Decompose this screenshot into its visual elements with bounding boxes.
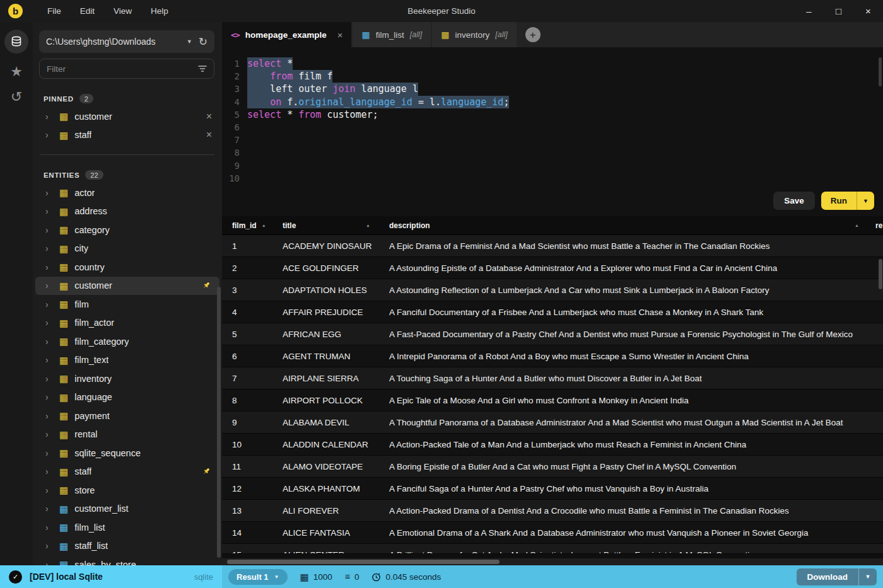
view-icon: ▦	[59, 560, 68, 565]
menu-file[interactable]: File	[38, 0, 71, 22]
chevron-right-icon[interactable]: ›	[45, 449, 55, 458]
connection-dropdown[interactable]: C:\Users\ghstng\Downloads ▼ ↻	[39, 30, 214, 53]
entity-item-store[interactable]: ›▦store	[35, 481, 219, 500]
table-row[interactable]: 10ALADDIN CALENDARA Action-Packed Tale o…	[222, 434, 883, 456]
chevron-right-icon[interactable]: ›	[45, 467, 55, 476]
download-button[interactable]: Download	[797, 568, 859, 585]
pinned-item-staff[interactable]: ›▦staff×	[35, 126, 219, 145]
table-row[interactable]: 11ALAMO VIDEOTAPEA Boring Epistle of a B…	[222, 456, 883, 478]
chevron-right-icon[interactable]: ›	[45, 207, 55, 216]
chevron-right-icon[interactable]: ›	[45, 226, 55, 234]
entity-item-sales_by_store[interactable]: ›▦sales_by_store	[35, 555, 219, 565]
menu-help[interactable]: Help	[141, 0, 178, 22]
chevron-right-icon[interactable]: ›	[45, 523, 55, 532]
filter-input[interactable]	[47, 64, 198, 74]
chevron-right-icon[interactable]: ›	[45, 504, 55, 513]
column-header-partial[interactable]: re	[874, 221, 883, 230]
chevron-right-icon[interactable]: ›	[45, 541, 55, 550]
entity-item-payment[interactable]: ›▦payment	[35, 406, 219, 425]
table-row[interactable]: 12ALASKA PHANTOMA Fanciful Saga of a Hun…	[222, 478, 883, 500]
connection-status[interactable]: ✓ [DEV] local Sqlite sqlite	[0, 565, 222, 588]
add-tab-button[interactable]: +	[525, 27, 541, 42]
entity-item-sqlite_sequence[interactable]: ›▦sqlite_sequence	[35, 444, 219, 463]
tab-homepage_example[interactable]: <>homepage_example×	[222, 22, 351, 47]
column-header-film-id[interactable]: film_id ▲	[222, 221, 283, 230]
entity-item-staff[interactable]: ›▦staff	[35, 463, 219, 481]
chevron-right-icon[interactable]: ›	[45, 337, 55, 346]
table-row[interactable]: 14ALICE FANTASIAA Emotional Drama of a A…	[222, 522, 883, 544]
chevron-right-icon[interactable]: ›	[45, 281, 55, 290]
entity-item-staff_list[interactable]: ›▦staff_list	[35, 537, 219, 556]
editor-scrollbar[interactable]	[879, 57, 882, 86]
table-row[interactable]: 4AFFAIR PREJUDICEA Fanciful Documentary …	[222, 301, 883, 323]
table-row[interactable]: 1ACADEMY DINOSAURA Epic Drama of a Femin…	[222, 235, 883, 257]
entity-item-country[interactable]: ›▦country	[35, 258, 219, 277]
entity-item-language[interactable]: ›▦language	[35, 388, 219, 407]
chevron-right-icon[interactable]: ›	[45, 130, 55, 139]
entity-item-film[interactable]: ›▦film	[35, 295, 219, 314]
table-row[interactable]: 5AFRICAN EGGA Fast-Paced Documentary of …	[222, 323, 883, 345]
pin-icon[interactable]	[202, 467, 211, 476]
entity-item-rental[interactable]: ›▦rental	[35, 425, 219, 444]
minimize-icon[interactable]: –	[794, 0, 824, 22]
menu-edit[interactable]: Edit	[71, 0, 104, 22]
maximize-icon[interactable]: □	[824, 0, 853, 22]
chevron-right-icon[interactable]: ›	[45, 112, 55, 121]
horizontal-scrollbar-thumb[interactable]	[227, 560, 500, 564]
run-button[interactable]: Run	[821, 192, 857, 210]
vertical-scrollbar-thumb[interactable]	[879, 259, 882, 289]
table-row[interactable]: 2ACE GOLDFINGERA Astounding Epistle of a…	[222, 257, 883, 279]
entity-item-customer[interactable]: ›▦customer	[35, 277, 219, 296]
entity-item-category[interactable]: ›▦category	[35, 221, 219, 239]
pinned-item-customer[interactable]: ›▦customer×	[35, 107, 219, 126]
chevron-right-icon[interactable]: ›	[45, 560, 55, 565]
table-row[interactable]: 15ALIEN CENTERA Brilliant Drama of a Cat…	[222, 544, 883, 554]
table-row[interactable]: 6AGENT TRUMANA Intrepid Panorama of a Ro…	[222, 345, 883, 367]
table-row[interactable]: 7AIRPLANE SIERRAA Touching Saga of a Hun…	[222, 367, 883, 389]
run-options-caret[interactable]: ▼	[857, 192, 874, 210]
table-row[interactable]: 9ALABAMA DEVILA Thoughtful Panorama of a…	[222, 412, 883, 434]
table-row[interactable]: 13ALI FOREVERA Action-Packed Drama of a …	[222, 500, 883, 522]
unpin-close-icon[interactable]: ×	[206, 130, 212, 140]
result-selector-button[interactable]: Result 1 ▼	[228, 569, 288, 585]
entity-item-city[interactable]: ›▦city	[35, 239, 219, 258]
entity-item-film_list[interactable]: ›▦film_list	[35, 518, 219, 537]
sidebar-scrollbar[interactable]	[217, 287, 221, 558]
chevron-right-icon[interactable]: ›	[45, 244, 55, 253]
menu-view[interactable]: View	[104, 0, 141, 22]
download-options-caret[interactable]: ▼	[859, 568, 877, 585]
table-row[interactable]: 8AIRPORT POLLOCKA Epic Tale of a Moose A…	[222, 389, 883, 412]
chevron-right-icon[interactable]: ›	[45, 486, 55, 495]
favorites-star-icon[interactable]: ★	[10, 65, 23, 79]
entity-item-inventory[interactable]: ›▦inventory	[35, 369, 219, 388]
entity-item-actor[interactable]: ›▦actor	[35, 183, 219, 202]
sql-editor[interactable]: 1select *2 from film f3 left outer join …	[222, 47, 883, 216]
chevron-right-icon[interactable]: ›	[45, 412, 55, 420]
history-icon[interactable]: ↺	[11, 90, 22, 104]
tab-film_list[interactable]: ▦film_list[all]	[353, 22, 431, 47]
chevron-right-icon[interactable]: ›	[45, 318, 55, 327]
column-header-title[interactable]: title ▲	[283, 221, 389, 230]
entity-item-customer_list[interactable]: ›▦customer_list	[35, 500, 219, 519]
column-header-description[interactable]: description ▲	[389, 221, 874, 230]
save-button[interactable]: Save	[773, 192, 815, 210]
close-icon[interactable]: ×	[853, 0, 883, 22]
entity-item-film_actor[interactable]: ›▦film_actor	[35, 314, 219, 333]
chevron-right-icon[interactable]: ›	[45, 393, 55, 401]
chevron-right-icon[interactable]: ›	[45, 263, 55, 272]
entity-item-film_text[interactable]: ›▦film_text	[35, 351, 219, 370]
close-tab-icon[interactable]: ×	[337, 30, 343, 40]
entity-item-film_category[interactable]: ›▦film_category	[35, 332, 219, 351]
database-tab-button[interactable]	[4, 30, 28, 54]
chevron-right-icon[interactable]: ›	[45, 300, 55, 309]
pin-icon[interactable]	[202, 281, 211, 290]
chevron-right-icon[interactable]: ›	[45, 355, 55, 364]
table-row[interactable]: 3ADAPTATION HOLESA Astounding Reflection…	[222, 279, 883, 301]
entity-item-address[interactable]: ›▦address	[35, 202, 219, 221]
chevron-right-icon[interactable]: ›	[45, 374, 55, 383]
unpin-close-icon[interactable]: ×	[206, 112, 212, 122]
tab-inventory[interactable]: ▦inventory[all]	[432, 22, 516, 47]
chevron-right-icon[interactable]: ›	[45, 430, 55, 439]
chevron-right-icon[interactable]: ›	[45, 188, 55, 197]
refresh-icon[interactable]: ↻	[199, 37, 208, 47]
